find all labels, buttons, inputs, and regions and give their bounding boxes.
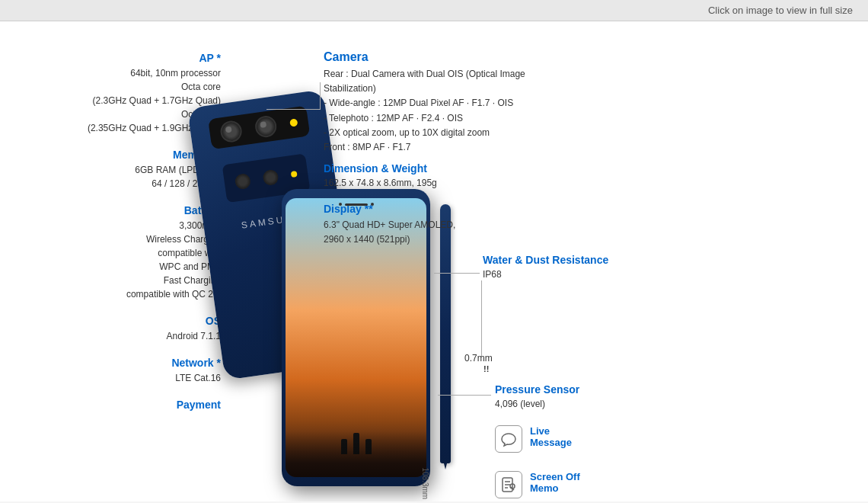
memory-detail: 6GB RAM (LPDDR4) 64 / 128 / 256GB: [23, 163, 221, 191]
battery-detail: 3,300mAh Wireless Charging compatible wi…: [23, 219, 221, 301]
phone-front-topbar: [289, 200, 423, 209]
camera-spec-section: Camera Rear : Dual Camera with Dual OIS …: [324, 50, 567, 155]
camera-title: Camera: [324, 50, 567, 64]
camera-details: Rear : Dual Camera with Dual OIS (Optica…: [324, 67, 567, 155]
dimension-mm-label: 0.7mm: [464, 353, 493, 364]
hint-text: Click on image to view in full size: [708, 5, 853, 16]
live-message-feature: Live Message: [495, 425, 647, 453]
dimension-marks: !!: [483, 364, 489, 373]
live-message-icon: [495, 425, 522, 453]
spec-network: Network * LTE Cat.16: [23, 357, 221, 385]
figure-2: [353, 433, 359, 454]
network-detail: LTE Cat.16: [23, 371, 221, 385]
water-hline: [434, 273, 480, 274]
spec-os: OS Android 7.1.1: [23, 315, 221, 343]
screen-off-memo-icon: [495, 471, 522, 498]
rear-camera-module: [208, 106, 310, 150]
spen-tip: [443, 460, 448, 469]
dimension-title: Dimension & Weight: [324, 162, 537, 175]
network-title: Network *: [23, 357, 221, 369]
dimension-section: Dimension & Weight 162.5 x 74.8 x 8.6mm,…: [324, 162, 537, 188]
display-value: 6.3" Quad HD+ Super AMOLED, 2960 x 1440 …: [324, 218, 537, 247]
pressure-sensor-title: Pressure Sensor: [495, 383, 662, 396]
front-sensor-dot: [371, 203, 374, 206]
front-camera-dot: [339, 203, 342, 206]
pressure-sensor-value: 4,096 (level): [495, 399, 662, 409]
pressure-sensor-section: Pressure Sensor 4,096 (level): [495, 383, 662, 409]
camera-callout-vline: [320, 82, 321, 110]
dimension-value: 162.5 x 74.8 x 8.6mm, 195g: [324, 178, 537, 188]
os-detail: Android 7.1.1: [23, 329, 221, 343]
small-flash: [291, 171, 298, 178]
specs-left: AP * 64bit, 10nm processor Octa core (2.…: [23, 52, 221, 425]
ap-title: AP *: [23, 52, 221, 64]
screen-off-memo-feature: Screen Off Memo: [495, 471, 647, 498]
live-message-text: Live Message: [530, 425, 572, 448]
battery-title: Battery: [23, 204, 221, 216]
memory-title: Memory *: [23, 149, 221, 161]
small-lens-1: [234, 173, 251, 191]
water-dust-value: IP68: [483, 269, 635, 280]
water-vline: [481, 280, 482, 357]
water-dust-section: Water & Dust Resistance IP68: [483, 254, 635, 280]
screen-off-memo-text: Screen Off Memo: [530, 471, 580, 494]
front-speaker: [345, 203, 368, 206]
figure-3: [365, 439, 372, 454]
phone-height-label: 108.3mm: [421, 468, 429, 500]
spec-battery: Battery 3,300mAh Wireless Charging compa…: [23, 204, 221, 301]
camera-flash: [289, 118, 298, 127]
figure-1: [341, 439, 347, 454]
water-dust-title: Water & Dust Resistance: [483, 254, 635, 266]
display-section: Display ** 6.3" Quad HD+ Super AMOLED, 2…: [324, 203, 537, 247]
camera-lens-2: [254, 114, 278, 139]
main-container: AP * 64bit, 10nm processor Octa core (2.…: [0, 21, 868, 501]
camera-callout-line: [266, 109, 320, 110]
live-message-title: Live Message: [530, 425, 572, 448]
silhouette-figures: [341, 433, 372, 454]
payment-title: Payment: [23, 399, 221, 411]
spec-memory: Memory * 6GB RAM (LPDDR4) 64 / 128 / 256…: [23, 149, 221, 191]
top-bar: Click on image to view in full size: [0, 0, 868, 21]
os-title: OS: [23, 315, 221, 327]
spec-payment: Payment: [23, 399, 221, 411]
screen-off-memo-title: Screen Off Memo: [530, 471, 580, 494]
pressure-hline: [438, 395, 491, 396]
camera-lens-1: [219, 120, 244, 144]
small-lens-2: [262, 169, 279, 187]
